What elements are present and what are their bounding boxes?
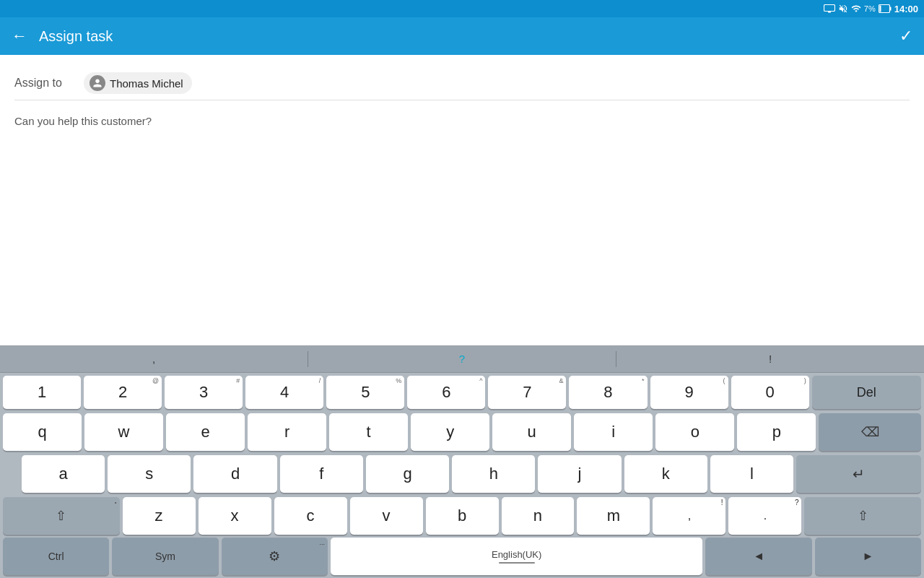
- wifi-icon: [851, 4, 861, 14]
- key-5[interactable]: 5%: [326, 376, 404, 409]
- keyboard: , ? ! 1 2@ 3# 4/ 5% 6^ 7& 8* 9( 0) Del q…: [0, 345, 924, 578]
- key-d[interactable]: d: [193, 455, 276, 493]
- shift-right-key[interactable]: ⇧: [804, 497, 921, 535]
- confirm-button[interactable]: ✓: [899, 27, 912, 46]
- battery-level: 7%: [864, 4, 876, 13]
- key-q[interactable]: q: [3, 413, 82, 451]
- gear-key[interactable]: ⚙···: [222, 538, 328, 575]
- key-n[interactable]: n: [502, 497, 575, 535]
- person-icon: [92, 78, 103, 88]
- key-p[interactable]: p: [737, 413, 816, 451]
- key-x[interactable]: x: [199, 497, 271, 535]
- space-bar[interactable]: English(UK): [331, 538, 703, 575]
- row-zxcv: ⇧• z x c v b n m ,! .? ⇧: [0, 494, 924, 536]
- svg-rect-0: [824, 5, 834, 12]
- key-f[interactable]: f: [280, 455, 363, 493]
- key-l[interactable]: l: [710, 455, 793, 493]
- key-r[interactable]: r: [248, 413, 326, 451]
- key-1[interactable]: 1: [3, 376, 81, 409]
- key-8[interactable]: 8*: [569, 376, 647, 409]
- back-button[interactable]: ←: [12, 28, 27, 44]
- key-j[interactable]: j: [538, 455, 621, 493]
- key-period-question[interactable]: .?: [728, 497, 801, 535]
- battery-icon: [879, 4, 892, 13]
- key-2[interactable]: 2@: [84, 376, 162, 409]
- enter-key[interactable]: ↵: [796, 455, 921, 493]
- content-area: Assign to Thomas Michel Can you help thi…: [0, 55, 924, 322]
- key-z[interactable]: z: [123, 497, 196, 535]
- suggestion-question[interactable]: ?: [308, 353, 616, 365]
- assign-row: Assign to Thomas Michel: [14, 66, 910, 100]
- status-icons: 7% 14:00: [824, 4, 918, 14]
- key-a[interactable]: a: [22, 455, 105, 493]
- key-y[interactable]: y: [411, 413, 489, 451]
- suggestion-comma[interactable]: ,: [0, 353, 308, 365]
- key-7[interactable]: 7&: [488, 376, 566, 409]
- ctrl-key[interactable]: Ctrl: [3, 538, 109, 575]
- key-6[interactable]: 6^: [407, 376, 485, 409]
- assign-to-label: Assign to: [14, 77, 72, 90]
- number-row: 1 2@ 3# 4/ 5% 6^ 7& 8* 9( 0) Del: [0, 373, 924, 410]
- key-9[interactable]: 9(: [650, 376, 728, 409]
- key-4[interactable]: 4/: [245, 376, 323, 409]
- svg-rect-3: [890, 7, 892, 11]
- page-title: Assign task: [39, 28, 888, 45]
- key-u[interactable]: u: [492, 413, 571, 451]
- assignee-chip[interactable]: Thomas Michel: [84, 72, 192, 94]
- task-text[interactable]: Can you help this customer?: [14, 100, 910, 127]
- clock: 14:00: [894, 4, 918, 14]
- suggestion-bar: , ? !: [0, 345, 924, 373]
- sym-key[interactable]: Sym: [112, 538, 218, 575]
- svg-rect-4: [879, 6, 881, 12]
- del-key[interactable]: Del: [812, 376, 921, 409]
- app-bar: ← Assign task ✓: [0, 17, 924, 55]
- suggestion-exclaim[interactable]: !: [616, 353, 924, 365]
- key-3[interactable]: 3#: [165, 376, 243, 409]
- row-asdf: a s d f g h j k l ↵: [0, 452, 924, 494]
- svg-rect-1: [828, 12, 831, 13]
- key-t[interactable]: t: [329, 413, 408, 451]
- key-v[interactable]: v: [350, 497, 423, 535]
- mute-icon: [838, 4, 848, 14]
- backspace-key[interactable]: ⌫: [819, 413, 921, 451]
- screen-icon: [824, 4, 835, 13]
- key-h[interactable]: h: [452, 455, 535, 493]
- space-indicator: [499, 562, 535, 564]
- key-i[interactable]: i: [574, 413, 653, 451]
- arrow-right-key[interactable]: ►: [815, 538, 921, 575]
- key-m[interactable]: m: [577, 497, 650, 535]
- row-qwerty: q w e r t y u i o p ⌫: [0, 410, 924, 452]
- avatar: [90, 75, 105, 91]
- key-0[interactable]: 0): [731, 376, 809, 409]
- key-w[interactable]: w: [84, 413, 163, 451]
- key-e[interactable]: e: [166, 413, 245, 451]
- key-b[interactable]: b: [426, 497, 499, 535]
- bottom-bar: Ctrl Sym ⚙··· English(UK) ◄ ►: [0, 536, 924, 578]
- arrow-left-key[interactable]: ◄: [705, 538, 811, 575]
- key-o[interactable]: o: [655, 413, 734, 451]
- assignee-name: Thomas Michel: [110, 77, 183, 90]
- key-g[interactable]: g: [366, 455, 449, 493]
- shift-left-key[interactable]: ⇧•: [3, 497, 120, 535]
- language-label: English(UK): [492, 549, 541, 560]
- key-comma-exclaim[interactable]: ,!: [653, 497, 725, 535]
- key-k[interactable]: k: [624, 455, 707, 493]
- key-s[interactable]: s: [108, 455, 191, 493]
- key-c[interactable]: c: [274, 497, 347, 535]
- status-bar: 7% 14:00: [0, 0, 924, 17]
